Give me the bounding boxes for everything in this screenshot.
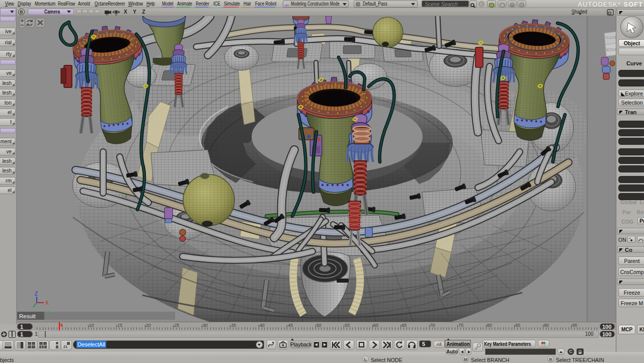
svg-text:21: 21: [63, 345, 67, 348]
svg-text:Result: Result: [19, 313, 36, 319]
svg-text:X: X: [45, 300, 49, 306]
svg-text:BOTTOM: BOTTOM: [600, 35, 616, 40]
svg-text:Z: Z: [35, 291, 38, 297]
svg-text:BACK: BACK: [605, 47, 616, 52]
